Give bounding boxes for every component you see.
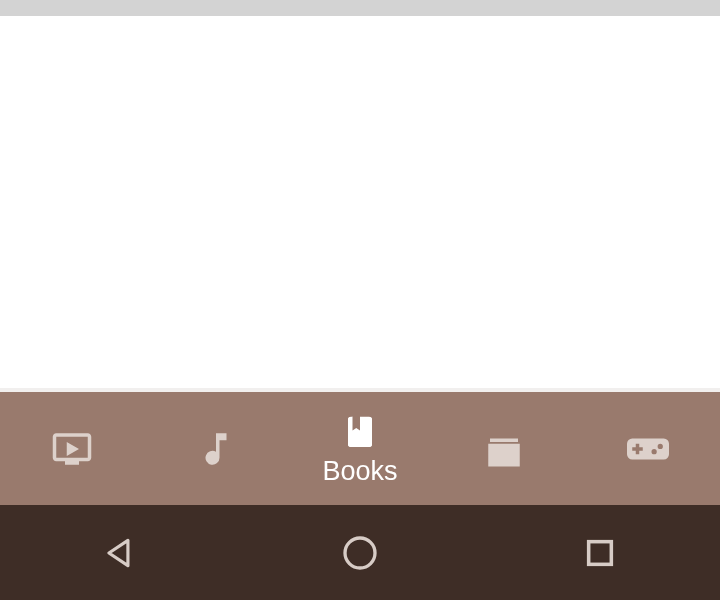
newsstand-icon — [483, 428, 525, 470]
svg-rect-2 — [589, 541, 612, 564]
content-area — [0, 16, 720, 388]
back-triangle-icon — [101, 534, 139, 572]
bottom-nav: Movies & TV Music Books Newsstand Games — [0, 392, 720, 505]
system-back-button[interactable] — [20, 534, 220, 572]
system-recents-button[interactable] — [500, 536, 700, 570]
system-nav-bar — [0, 505, 720, 600]
nav-item-games[interactable]: Games — [588, 428, 708, 470]
screen: Movies & TV Music Books Newsstand Games — [0, 0, 720, 600]
nav-item-newsstand[interactable]: Newsstand — [444, 428, 564, 470]
nav-item-movies[interactable]: Movies & TV — [12, 428, 132, 470]
play-on-tv-icon — [51, 428, 93, 470]
nav-item-label: Books — [322, 458, 397, 485]
bookmark-icon — [342, 412, 378, 452]
home-circle-icon — [340, 533, 380, 573]
top-ripped-edge — [0, 0, 720, 16]
svg-point-1 — [345, 538, 375, 568]
system-home-button[interactable] — [260, 533, 460, 573]
gamepad-icon — [627, 428, 669, 470]
music-icon — [195, 428, 237, 470]
nav-item-music[interactable]: Music — [156, 428, 276, 470]
nav-item-books[interactable]: Books — [300, 412, 420, 485]
recents-square-icon — [583, 536, 617, 570]
